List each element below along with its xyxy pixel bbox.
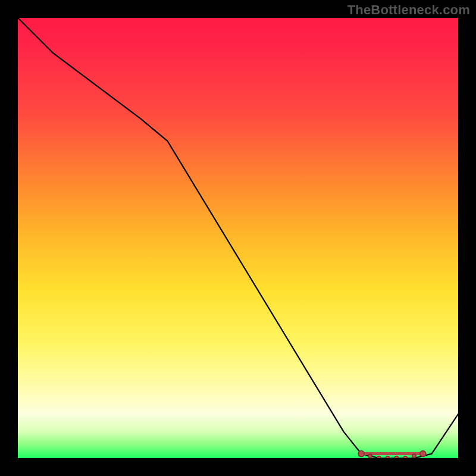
watermark-text: TheBottleneck.com	[347, 2, 470, 18]
plot-area	[18, 18, 458, 458]
bottleneck-curve	[18, 18, 458, 458]
sweet-spot-dot	[368, 454, 372, 458]
sweet-spot-dot	[377, 456, 381, 458]
sweet-spot-markers	[358, 451, 426, 458]
sweet-spot-dot	[358, 451, 364, 457]
chart-frame: TheBottleneck.com	[0, 0, 476, 476]
sweet-spot-dot	[386, 456, 389, 458]
sweet-spot-dot	[403, 456, 407, 458]
sweet-spot-dot	[420, 451, 426, 457]
sweet-spot-dot	[394, 456, 398, 458]
sweet-spot-dot	[412, 454, 416, 458]
chart-overlay	[18, 18, 458, 458]
